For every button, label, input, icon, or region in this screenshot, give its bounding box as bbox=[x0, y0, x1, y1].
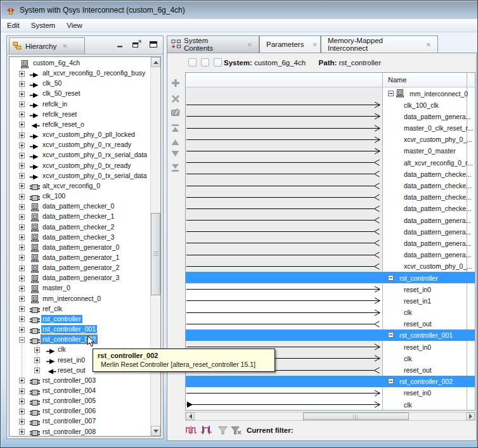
tree-item[interactable]: data_pattern_checker_1 bbox=[10, 212, 150, 222]
table-row[interactable]: clk bbox=[186, 307, 475, 318]
expand-toggle[interactable] bbox=[34, 357, 40, 363]
expand-toggle[interactable] bbox=[19, 296, 25, 302]
expand-toggle[interactable] bbox=[19, 204, 25, 210]
connection-cell[interactable] bbox=[186, 295, 382, 306]
table-row[interactable]: data_pattern_checke... bbox=[186, 180, 475, 191]
collapse-toggle[interactable] bbox=[388, 91, 394, 96]
expand-toggle[interactable] bbox=[19, 183, 25, 189]
scroll-left-button[interactable] bbox=[186, 413, 195, 420]
menu-item-edit[interactable]: Edit bbox=[1, 20, 25, 30]
maximize-button[interactable] bbox=[148, 39, 158, 49]
table-row[interactable]: data_pattern_genera... bbox=[186, 249, 475, 260]
float-button[interactable] bbox=[131, 39, 142, 49]
move-bottom-button[interactable] bbox=[171, 163, 183, 174]
connection-cell[interactable] bbox=[186, 272, 382, 283]
expand-toggle[interactable] bbox=[19, 388, 25, 394]
tab-parameters[interactable]: Parameters ✕ bbox=[259, 35, 321, 53]
tree-item[interactable]: rst_controller_003 bbox=[10, 376, 150, 386]
scroll-thumb[interactable] bbox=[151, 213, 160, 295]
table-row[interactable]: master_0_master bbox=[186, 145, 475, 157]
filter-clear-icon[interactable] bbox=[231, 426, 242, 437]
tree-item[interactable]: mm_interconnect_0 bbox=[10, 294, 150, 304]
tree-item[interactable]: rst_controller_002 bbox=[10, 335, 150, 345]
expand-toggle[interactable] bbox=[19, 429, 25, 435]
tree-item[interactable]: alt_xcvr_reconfig_0_reconfig_busy bbox=[10, 68, 150, 79]
connection-cell[interactable] bbox=[186, 318, 382, 330]
expand-toggle[interactable] bbox=[19, 327, 25, 333]
table-row[interactable]: rst_controller_001 bbox=[186, 330, 475, 341]
table-row[interactable]: reset_in1 bbox=[186, 295, 475, 306]
expand-toggle[interactable] bbox=[19, 81, 25, 87]
expand-toggle[interactable] bbox=[19, 153, 25, 158]
tree-item[interactable]: rst_controller_008 bbox=[10, 427, 150, 436]
expand-toggle[interactable] bbox=[19, 132, 25, 138]
connection-cell[interactable] bbox=[186, 249, 382, 260]
move-down-button[interactable] bbox=[171, 149, 183, 160]
tab-hierarchy[interactable]: Hierarchy ✕ bbox=[9, 37, 85, 54]
tree-item[interactable]: rst_controller_005 bbox=[10, 396, 150, 406]
menu-item-view[interactable]: View bbox=[61, 20, 88, 30]
expand-toggle[interactable] bbox=[19, 101, 25, 107]
waveform-filter-icon[interactable] bbox=[186, 425, 197, 437]
connection-cell[interactable] bbox=[186, 191, 382, 203]
timing-filter-icon[interactable] bbox=[200, 425, 212, 437]
tree-item[interactable]: clk_50_reset bbox=[10, 89, 150, 99]
expand-toggle[interactable] bbox=[19, 286, 25, 291]
edit-button[interactable] bbox=[171, 108, 183, 119]
table-row[interactable]: data_pattern_genera... bbox=[186, 214, 475, 226]
tree-item[interactable]: xcvr_custom_phy_0_tx_serial_data bbox=[10, 171, 150, 181]
scroll-thumb[interactable] bbox=[303, 413, 409, 420]
table-row[interactable]: rst_controller bbox=[186, 272, 475, 283]
tree-item[interactable]: data_pattern_generator_1 bbox=[10, 253, 150, 263]
tree-item[interactable]: refclk_reset_o bbox=[10, 120, 150, 130]
tree-item[interactable]: xcvr_custom_phy_0_rx_serial_data bbox=[10, 150, 150, 160]
tree-item[interactable]: data_pattern_generator_0 bbox=[10, 243, 150, 253]
expand-toggle[interactable] bbox=[19, 214, 25, 220]
expand-toggle[interactable] bbox=[19, 91, 25, 97]
connection-cell[interactable] bbox=[186, 180, 382, 191]
tree-item[interactable]: clk_100 bbox=[10, 191, 150, 202]
filter-icon[interactable] bbox=[217, 426, 228, 437]
close-icon[interactable]: ✕ bbox=[312, 41, 317, 48]
table-row[interactable]: data_pattern_checke... bbox=[186, 168, 475, 179]
tab-memory-mapped-interconnect[interactable]: Memory-Mapped Interconnect ✕ bbox=[321, 35, 438, 53]
tree-item[interactable]: rst_controller_001 bbox=[10, 324, 150, 335]
collapse-toggle[interactable] bbox=[388, 275, 394, 281]
toolbar-toggle-2[interactable] bbox=[201, 58, 209, 67]
connection-cell[interactable] bbox=[186, 226, 382, 237]
tree-vertical-scrollbar[interactable] bbox=[150, 57, 160, 436]
table-row[interactable]: data_pattern_checke... bbox=[186, 203, 475, 214]
move-top-button[interactable] bbox=[171, 124, 183, 135]
expand-toggle[interactable] bbox=[19, 337, 25, 343]
table-row[interactable]: xcvr_custom_phy_0_... bbox=[186, 260, 475, 272]
tree-item[interactable]: rst_controller bbox=[10, 314, 150, 324]
tree-item[interactable]: xcvr_custom_phy_0_rx_ready bbox=[10, 140, 150, 150]
table-row[interactable]: clk_100_clk bbox=[186, 99, 475, 110]
tree-item[interactable]: ref_clk bbox=[10, 304, 150, 314]
table-row[interactable]: master_0_clk_reset_r... bbox=[186, 122, 475, 134]
table-row[interactable]: rst_controller_002 bbox=[186, 376, 475, 387]
expand-toggle[interactable] bbox=[19, 143, 25, 148]
tree-item[interactable]: data_pattern_checker_0 bbox=[10, 202, 150, 212]
tree-item[interactable]: data_pattern_generator_3 bbox=[10, 273, 150, 283]
connection-cell[interactable] bbox=[186, 330, 382, 341]
table-row[interactable]: reset_in0 bbox=[186, 283, 475, 295]
expand-toggle[interactable] bbox=[19, 122, 25, 127]
connection-cell[interactable] bbox=[186, 376, 382, 387]
connection-cell[interactable] bbox=[186, 260, 382, 272]
expand-toggle[interactable] bbox=[19, 224, 25, 230]
tree-item[interactable]: refclk_in bbox=[10, 99, 150, 110]
table-row[interactable]: reset_out bbox=[186, 318, 475, 330]
expand-toggle[interactable] bbox=[34, 347, 40, 353]
collapse-toggle[interactable] bbox=[388, 378, 394, 384]
expand-toggle[interactable] bbox=[19, 163, 25, 169]
connection-cell[interactable] bbox=[186, 157, 382, 168]
toolbar-toggle-3[interactable] bbox=[214, 58, 222, 67]
tree-item[interactable]: xcvr_custom_phy_0_pll_locked bbox=[10, 130, 150, 140]
connection-cell[interactable] bbox=[186, 87, 382, 99]
expand-toggle[interactable] bbox=[19, 71, 25, 77]
connection-cell[interactable] bbox=[186, 214, 382, 226]
expand-toggle[interactable] bbox=[19, 266, 25, 271]
expand-toggle[interactable] bbox=[19, 409, 25, 414]
expand-toggle[interactable] bbox=[19, 378, 25, 383]
